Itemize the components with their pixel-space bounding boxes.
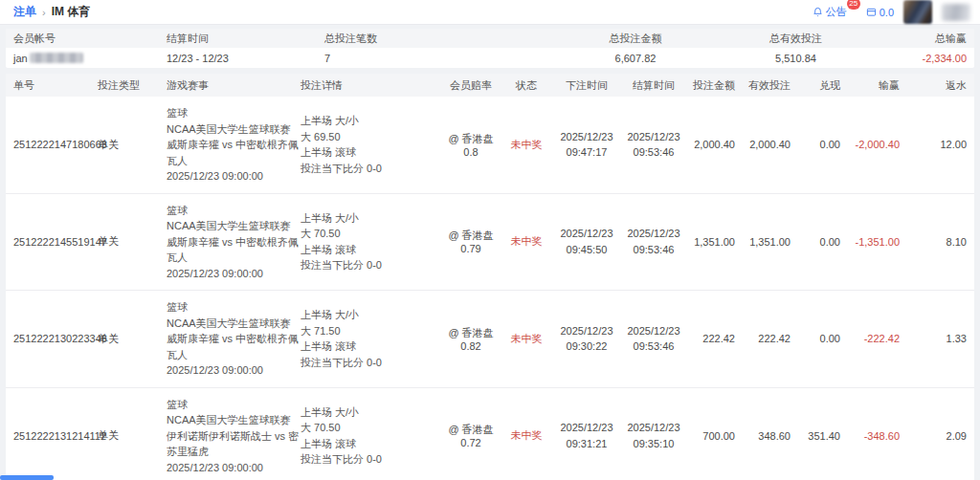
summary-header-bet-count: 总投注笔数 — [324, 32, 554, 46]
cell-rebate: 2.09 — [900, 430, 967, 442]
header-detail: 投注详情 — [301, 77, 442, 94]
announcement-label: 公告 — [826, 5, 847, 19]
cell-detail: 上半场 大/小 大 71.50 上半场 滚球 投注当下比分 0-0 — [301, 307, 442, 370]
cell-settle-time: 2025/12/23 09:35:10 — [620, 420, 687, 451]
cell-odds: @ 香港盘 0.79 — [442, 229, 500, 254]
cell-amount: 700.00 — [687, 430, 735, 442]
cell-amount: 2,000.40 — [687, 139, 735, 150]
cell-bet-type: 单关 — [98, 332, 167, 346]
cell-settle-time: 2025/12/23 09:53:46 — [620, 323, 687, 355]
breadcrumb-separator: › — [42, 7, 46, 18]
header-valid: 有效投注 — [735, 78, 791, 93]
header-rebate: 返水 — [900, 78, 967, 93]
cell-detail: 上半场 大/小 大 70.50 上半场 滚球 投注当下比分 0-0 — [301, 210, 442, 273]
winloss-value: -348.60 — [840, 430, 900, 442]
username-blurred — [942, 4, 970, 21]
status-label: 未中奖 — [500, 138, 553, 152]
bell-icon — [813, 7, 823, 17]
table-row: 2512222130223346 单关 篮球 NCAA美国大学生篮球联赛 威斯康… — [6, 290, 974, 387]
header-order-no: 单号 — [13, 78, 98, 93]
summary-card: 会员帐号 结算时间 总投注笔数 总投注金额 总有效投注 总输赢 jan 12/2… — [6, 29, 974, 68]
header-bet-type: 投注类型 — [98, 78, 167, 93]
horizontal-scrollbar-thumb[interactable] — [0, 475, 54, 480]
summary-bet-amount: 6,607.82 — [554, 53, 717, 64]
header-bet-time: 下注时间 — [553, 77, 620, 94]
cell-valid: 2,000.40 — [735, 139, 791, 150]
cell-cashout: 0.00 — [791, 236, 840, 248]
table-row: 2512222147180663 单关 篮球 NCAA美国大学生篮球联赛 威斯康… — [6, 97, 974, 193]
summary-header-valid-amount: 总有效投注 — [717, 32, 875, 46]
cell-order-no: 2512222147180663 — [13, 139, 98, 150]
announcement-badge: 25 — [847, 0, 860, 10]
status-label: 未中奖 — [500, 428, 553, 443]
summary-value-row: jan 12/23 - 12/23 7 6,607.82 5,510.84 -2… — [6, 48, 974, 68]
winloss-value: -222.42 — [840, 333, 900, 344]
summary-winloss: -2,334.00 — [875, 53, 967, 64]
cell-bet-type: 单关 — [98, 428, 167, 443]
header-odds: 会员赔率 — [442, 78, 500, 93]
breadcrumb: 注单 › IM 体育 — [13, 4, 90, 20]
table-row: 2512222131214112 单关 篮球 NCAA美国大学生篮球联赛 伊利诺… — [6, 387, 974, 480]
cell-amount: 1,351.00 — [687, 236, 735, 248]
table-row: 2512222145519147 单关 篮球 NCAA美国大学生篮球联赛 威斯康… — [6, 193, 974, 291]
cell-bet-time: 2025/12/23 09:47:17 — [553, 129, 620, 161]
summary-valid-amount: 5,510.84 — [717, 53, 875, 64]
bets-table: 单号 投注类型 游戏赛事 投注详情 会员赔率 状态 下注时间 结算时间 投注金额… — [6, 74, 974, 480]
status-label: 未中奖 — [500, 332, 553, 346]
balance-value: 0.0 — [880, 7, 894, 18]
header-settle-time: 结算时间 — [620, 77, 687, 94]
cell-rebate: 8.10 — [900, 236, 967, 248]
table-body: 2512222147180663 单关 篮球 NCAA美国大学生篮球联赛 威斯康… — [6, 97, 974, 480]
summary-header-row: 会员帐号 结算时间 总投注笔数 总投注金额 总有效投注 总输赢 — [6, 29, 974, 48]
header-status: 状态 — [500, 78, 553, 93]
cell-rebate: 1.33 — [900, 333, 967, 344]
winloss-value: -2,000.40 — [840, 139, 900, 150]
cell-valid: 1,351.00 — [735, 236, 791, 248]
summary-header-account: 会员帐号 — [13, 32, 167, 46]
announcement-button[interactable]: 公告 25 — [813, 5, 847, 19]
summary-bet-count: 7 — [324, 53, 554, 64]
cell-game: 篮球 NCAA美国大学生篮球联赛 威斯康辛獾 vs 中密歇根齐佩瓦人 2025/… — [167, 105, 301, 185]
cell-order-no: 2512222145519147 — [13, 236, 98, 248]
cell-bet-time: 2025/12/23 09:30:22 — [553, 323, 620, 355]
summary-header-winloss: 总输赢 — [875, 32, 967, 46]
cell-bet-time: 2025/12/23 09:31:21 — [553, 420, 620, 451]
cell-bet-type: 单关 — [98, 234, 167, 249]
cell-odds: @ 香港盘 0.8 — [442, 132, 500, 158]
cell-game: 篮球 NCAA美国大学生篮球联赛 威斯康辛獾 vs 中密歇根齐佩瓦人 2025/… — [167, 299, 301, 379]
cell-game: 篮球 NCAA美国大学生篮球联赛 威斯康辛獾 vs 中密歇根齐佩瓦人 2025/… — [167, 203, 301, 282]
header-game: 游戏赛事 — [167, 77, 301, 94]
cell-odds: @ 香港盘 0.82 — [442, 326, 500, 352]
top-bar: 注单 › IM 体育 公告 25 0.0 — [0, 0, 980, 25]
wallet-icon — [866, 7, 877, 17]
cell-rebate: 12.00 — [900, 139, 967, 150]
account-blurred — [30, 53, 83, 63]
header-cashout: 兑现 — [791, 78, 840, 93]
header-amount: 投注金额 — [687, 78, 735, 93]
cell-settle-time: 2025/12/23 09:53:46 — [620, 129, 687, 161]
topbar-actions: 公告 25 0.0 — [813, 0, 970, 24]
header-winloss: 输赢 — [840, 78, 900, 93]
breadcrumb-root-link[interactable]: 注单 — [13, 4, 36, 20]
page-title: IM 体育 — [52, 4, 91, 20]
cell-bet-time: 2025/12/23 09:45:50 — [553, 226, 620, 257]
balance-button[interactable]: 0.0 — [866, 7, 894, 18]
cell-cashout: 0.00 — [791, 139, 840, 150]
cell-bet-type: 单关 — [98, 138, 167, 152]
cell-order-no: 2512222130223346 — [13, 333, 98, 344]
cell-order-no: 2512222131214112 — [13, 430, 98, 442]
winloss-value: -1,351.00 — [840, 236, 900, 248]
summary-header-settle-time: 结算时间 — [167, 32, 324, 46]
user-avatar[interactable] — [903, 0, 932, 24]
summary-period: 12/23 - 12/23 — [167, 53, 324, 64]
cell-game: 篮球 NCAA美国大学生篮球联赛 伊利诺斯伊利诺斯战士 vs 密苏里猛虎 202… — [167, 397, 301, 476]
table-header-row: 单号 投注类型 游戏赛事 投注详情 会员赔率 状态 下注时间 结算时间 投注金额… — [6, 74, 974, 97]
cell-settle-time: 2025/12/23 09:53:46 — [620, 226, 687, 257]
cell-detail: 上半场 大/小 大 69.50 上半场 滚球 投注当下比分 0-0 — [301, 113, 442, 176]
status-label: 未中奖 — [500, 234, 553, 249]
summary-header-bet-amount: 总投注金额 — [554, 32, 717, 46]
cell-valid: 222.42 — [735, 333, 791, 344]
cell-odds: @ 香港盘 0.72 — [442, 423, 500, 448]
member-account: jan — [13, 53, 167, 64]
cell-cashout: 0.00 — [791, 333, 840, 344]
